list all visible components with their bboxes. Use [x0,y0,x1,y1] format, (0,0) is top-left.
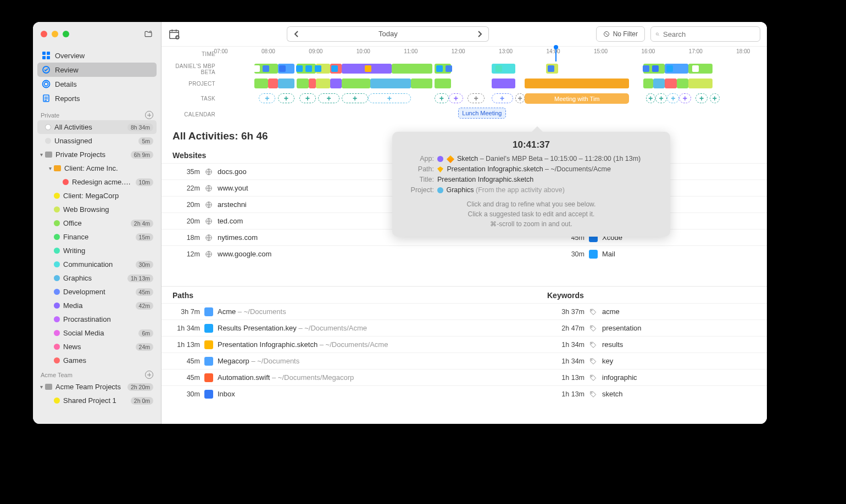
task-suggestion[interactable]: + [679,93,691,103]
archive-icon[interactable] [143,30,153,38]
calendar-add-icon[interactable] [168,28,180,40]
timeline-block[interactable] [392,64,432,74]
list-item[interactable]: 12mwww.google.com [162,245,536,262]
timeline-block[interactable] [677,79,689,88]
timeline-block[interactable] [688,79,712,88]
list-item[interactable]: 2h 47mpresentation [536,320,767,336]
file-icon [204,324,213,333]
disclosure-icon[interactable]: ▾ [37,152,45,158]
disclosure-icon[interactable]: ▾ [46,165,54,171]
tree-item[interactable]: Social Media6m [37,326,157,340]
tree-item[interactable]: All Activities8h 34m [37,120,157,134]
nav-item-details[interactable]: Details [37,77,157,91]
task-suggestion[interactable]: + [342,93,368,103]
task-suggestion[interactable]: + [646,93,655,103]
task-suggestion[interactable]: + [368,93,411,103]
tree-item[interactable]: Graphics1h 13m [37,271,157,285]
tree-item[interactable]: Development45m [37,285,157,299]
task-suggestion[interactable]: + [492,93,513,103]
project-track[interactable] [221,76,767,91]
task-suggestion[interactable]: + [667,93,679,103]
timeline-block[interactable] [525,79,629,88]
task-suggestion[interactable]: + [710,93,719,103]
tree-item[interactable]: Procrastination [37,312,157,326]
date-label[interactable]: Today [305,26,470,42]
device-track[interactable] [221,61,767,76]
timeline-block[interactable] [411,79,432,88]
tree-item[interactable]: Finance15m [37,230,157,244]
tree-item[interactable]: Client: MegaCorp [37,189,157,203]
timeline-block[interactable] [278,79,294,88]
timeline-block[interactable] [330,79,342,88]
nav-item-reports[interactable]: Reports [37,91,157,105]
list-item[interactable]: 1h 34mResults Presentation.key – ~/Docum… [162,320,536,336]
prev-day-button[interactable] [287,26,305,42]
tree-item[interactable]: Web Browsing [37,203,157,216]
list-item[interactable]: 1h 13mPresentation Infographic.sketch – … [162,336,536,352]
task-suggestion[interactable]: + [278,93,294,103]
tree-item[interactable]: Shared Project 12h 0m [37,394,157,407]
list-item[interactable]: 30mMail [536,245,767,262]
tree-item[interactable]: ▾Private Projects6h 9m [37,148,157,161]
task-track[interactable]: +++++++++++++++++Meeting with Tim [221,91,767,106]
nav-item-review[interactable]: Review [37,63,157,77]
timeline-block[interactable] [268,79,277,88]
time-tick: 13:00 [499,48,513,54]
timeline-block[interactable] [309,79,316,88]
list-item[interactable]: 1h 13minfographic [536,369,767,385]
list-item[interactable]: 3h 7mAcme – ~/Documents [162,303,536,320]
duration: 30m [169,390,200,398]
tree-item[interactable]: News24m [37,340,157,354]
tree-item[interactable]: Media42m [37,299,157,312]
task-suggestion[interactable]: + [695,93,708,103]
task-suggestion[interactable]: + [467,93,484,103]
timeline-block[interactable] [370,79,410,88]
timeline-block[interactable] [665,79,677,88]
minimize-button[interactable] [52,31,58,37]
tree-item[interactable]: ▾Acme Team Projects2h 20m [37,380,157,394]
add-team-project-icon[interactable] [145,371,153,379]
timeline-block[interactable] [297,79,309,88]
timeline-block[interactable] [435,79,451,88]
timeline-block[interactable] [316,79,330,88]
maximize-button[interactable] [63,31,69,37]
timeline-block[interactable] [254,79,269,88]
search-input[interactable] [663,30,755,38]
task-suggestion[interactable]: + [435,93,449,103]
list-item[interactable]: 30mInbox [162,385,536,402]
list-item[interactable]: 45mMegacorp – ~/Documents [162,352,536,369]
task-block[interactable]: Meeting with Tim [525,93,629,104]
close-button[interactable] [41,31,47,37]
task-suggestion[interactable]: + [515,93,525,103]
add-project-icon[interactable] [145,111,153,119]
task-suggestion[interactable]: + [299,93,316,103]
tree-item[interactable]: Redesign acme.com10m [37,175,157,189]
timeline-block[interactable] [653,79,665,88]
list-item[interactable]: 45mAutomation.swift – ~/Documents/Megaco… [162,369,536,385]
popover-project-label: Project: [402,186,434,194]
disclosure-icon[interactable]: ▾ [37,384,45,390]
search-box[interactable] [650,26,760,42]
task-suggestion[interactable]: + [449,93,463,103]
list-item[interactable]: 1h 34mresults [536,336,767,352]
list-item[interactable]: 1h 34mkey [536,352,767,369]
tree-item[interactable]: Office2h 4m [37,216,157,230]
timeline-block[interactable] [342,79,370,88]
task-suggestion[interactable]: + [655,93,667,103]
tree-item[interactable]: Communication30m [37,257,157,271]
next-day-button[interactable] [470,26,489,42]
list-item[interactable]: 1h 13msketch [536,385,767,402]
calendar-track[interactable]: Lunch Meeting [221,106,767,122]
tree-item[interactable]: Unassigned5m [37,134,157,148]
nav-item-overview[interactable]: Overview [37,48,157,63]
tree-item[interactable]: ▾Client: Acme Inc. [37,161,157,175]
tree-item[interactable]: Writing [37,244,157,257]
calendar-event[interactable]: Lunch Meeting [458,108,505,119]
timeline-block[interactable] [492,79,515,88]
task-suggestion[interactable]: + [259,93,275,103]
list-item[interactable]: 3h 37macme [536,303,767,320]
timeline-block[interactable] [643,79,653,88]
tree-item[interactable]: Games [37,354,157,367]
task-suggestion[interactable]: + [318,93,339,103]
filter-button[interactable]: No Filter [596,26,645,42]
